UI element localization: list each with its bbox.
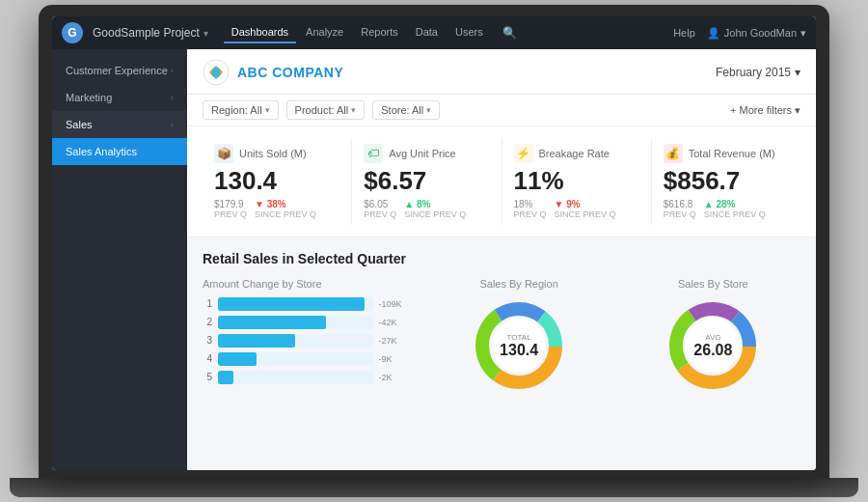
filter-chevron-icon: ▾ bbox=[265, 105, 270, 115]
bar-label: 4 bbox=[203, 353, 212, 364]
store-filter[interactable]: Store: All ▾ bbox=[372, 100, 440, 120]
chevron-right-icon: › bbox=[171, 66, 174, 75]
kpi-revenue-value: $856.7 bbox=[664, 167, 789, 195]
bar-row: 3 -27K bbox=[203, 334, 413, 348]
sidebar-item-marketing[interactable]: Marketing › bbox=[52, 84, 187, 111]
filter-chevron-icon: ▾ bbox=[426, 105, 431, 115]
kpi-breakage-title: Breakage Rate bbox=[539, 148, 610, 159]
bar-chart-rows: 1 -109K 2 -42K 3 -27K 4 -9K 5 -2K bbox=[203, 297, 413, 384]
company-logo-icon bbox=[203, 59, 230, 86]
kpi-breakage-value: 11% bbox=[514, 167, 639, 195]
donut2-center: AVG 26.08 bbox=[693, 332, 732, 358]
filter-chevron-icon: ▾ bbox=[351, 105, 356, 115]
charts-section: Retail Sales in Selected Quarter Amount … bbox=[187, 237, 816, 470]
bar-fill bbox=[218, 297, 365, 311]
more-filters-button[interactable]: + More filters ▾ bbox=[730, 104, 800, 117]
tab-dashboards[interactable]: Dashboards bbox=[224, 22, 296, 43]
bar-value: -9K bbox=[379, 354, 413, 364]
kpi-units-value: 130.4 bbox=[214, 167, 339, 195]
kpi-units-title: Units Sold (M) bbox=[239, 148, 307, 159]
donut1-value: 130.4 bbox=[500, 341, 538, 358]
bar-label: 2 bbox=[203, 317, 212, 327]
app-logo: G bbox=[62, 22, 83, 43]
bar-fill bbox=[218, 352, 257, 366]
avg-price-icon: 🏷 bbox=[364, 144, 383, 163]
kpi-price-value: $6.57 bbox=[364, 167, 489, 195]
bar-label: 3 bbox=[203, 335, 212, 346]
bar-track bbox=[218, 334, 373, 348]
donut1-subtitle: Sales By Region bbox=[479, 278, 557, 290]
bar-chart: Amount Change by Store 1 -109K 2 -42K 3 … bbox=[203, 278, 413, 394]
units-sold-icon: 📦 bbox=[214, 144, 233, 163]
donut1-label: TOTAL bbox=[500, 332, 538, 341]
bar-value: -2K bbox=[379, 373, 413, 382]
bar-track bbox=[218, 352, 373, 366]
kpi-total-revenue: 💰 Total Revenue (M) $856.7 $616.8 PREV Q bbox=[652, 138, 800, 225]
donut2-value: 26.08 bbox=[693, 341, 732, 358]
main-content: Customer Experience › Marketing › Sales … bbox=[52, 49, 816, 470]
sidebar-item-sales[interactable]: Sales › bbox=[52, 111, 187, 138]
bar-fill bbox=[218, 371, 233, 384]
help-link[interactable]: Help bbox=[673, 27, 695, 39]
kpi-breakage-change: ▼ 9% bbox=[555, 199, 616, 209]
bar-label: 1 bbox=[203, 298, 212, 309]
user-menu[interactable]: 👤 John GoodMan ▾ bbox=[707, 27, 806, 40]
kpi-units-sold: 📦 Units Sold (M) 130.4 $179.9 PREV Q bbox=[203, 138, 352, 225]
bar-chart-subtitle: Amount Change by Store bbox=[203, 278, 413, 290]
kpi-price-change: ▲ 8% bbox=[404, 199, 466, 209]
kpi-row: 📦 Units Sold (M) 130.4 $179.9 PREV Q bbox=[187, 126, 816, 237]
kpi-breakage-rate: ⚡ Breakage Rate 11% 18% PREV Q ▼ 9% bbox=[502, 138, 652, 225]
donut1-center: TOTAL 130.4 bbox=[500, 332, 538, 358]
bar-label: 5 bbox=[203, 372, 212, 382]
company-name: ABC Company bbox=[237, 65, 343, 80]
product-filter[interactable]: Product: All ▾ bbox=[286, 100, 366, 120]
search-icon[interactable]: 🔍 bbox=[502, 26, 517, 40]
kpi-revenue-title: Total Revenue (M) bbox=[689, 148, 775, 159]
filters-bar: Region: All ▾ Product: All ▾ Store: All … bbox=[187, 95, 816, 126]
user-icon: 👤 bbox=[707, 27, 720, 40]
donut2-subtitle: Sales By Store bbox=[678, 278, 748, 290]
tab-reports[interactable]: Reports bbox=[353, 22, 406, 43]
top-nav: G GoodSample Project ▾ Dashboards Analyz… bbox=[52, 16, 816, 49]
donut2-label: AVG bbox=[693, 332, 732, 341]
donut1-container: TOTAL 130.4 bbox=[471, 297, 567, 394]
bar-row: 4 -9K bbox=[203, 352, 413, 366]
bar-row: 2 -42K bbox=[203, 316, 413, 329]
tab-data[interactable]: Data bbox=[408, 22, 446, 43]
bar-value: -109K bbox=[379, 299, 413, 309]
kpi-units-change: ▼ 38% bbox=[255, 199, 316, 209]
tab-analyze[interactable]: Analyze bbox=[298, 22, 351, 43]
bar-value: -27K bbox=[379, 336, 413, 346]
donut2-container: AVG 26.08 bbox=[665, 297, 761, 394]
chevron-right-icon: › bbox=[171, 93, 174, 102]
kpi-units-prev: $179.9 bbox=[214, 199, 247, 209]
bar-track bbox=[218, 371, 373, 384]
sidebar: Customer Experience › Marketing › Sales … bbox=[52, 49, 187, 470]
breakage-icon: ⚡ bbox=[514, 144, 533, 163]
kpi-revenue-change: ▲ 28% bbox=[704, 199, 766, 209]
dashboard: ABC Company February 2015 ▾ Region: All … bbox=[187, 49, 816, 470]
donut-chart-store: Sales By Store bbox=[626, 278, 800, 394]
nav-tabs: Dashboards Analyze Reports Data Users bbox=[224, 22, 491, 43]
project-chevron-icon: ▾ bbox=[203, 28, 208, 39]
charts-row: Amount Change by Store 1 -109K 2 -42K 3 … bbox=[203, 278, 800, 394]
bar-track bbox=[218, 316, 373, 329]
region-filter[interactable]: Region: All ▾ bbox=[203, 100, 279, 120]
revenue-icon: 💰 bbox=[664, 144, 683, 163]
bar-fill bbox=[218, 316, 326, 329]
project-name[interactable]: GoodSample Project ▾ bbox=[93, 26, 208, 40]
tab-users[interactable]: Users bbox=[448, 22, 491, 43]
sidebar-item-customer-experience[interactable]: Customer Experience › bbox=[52, 57, 187, 84]
dashboard-header: ABC Company February 2015 ▾ bbox=[187, 49, 816, 95]
sidebar-item-sales-analytics[interactable]: Sales Analytics bbox=[52, 138, 187, 165]
date-chevron-icon: ▾ bbox=[795, 66, 800, 79]
bar-value: -42K bbox=[379, 318, 413, 327]
chevron-right-icon: › bbox=[171, 120, 174, 129]
charts-section-title: Retail Sales in Selected Quarter bbox=[203, 251, 800, 266]
bar-row: 1 -109K bbox=[203, 297, 413, 311]
date-selector[interactable]: February 2015 ▾ bbox=[716, 66, 800, 79]
bar-fill bbox=[218, 334, 295, 348]
more-filters-chevron-icon: ▾ bbox=[795, 104, 800, 117]
kpi-avg-price: 🏷 Avg Unit Price $6.57 $6.05 PREV Q bbox=[352, 138, 502, 225]
kpi-price-title: Avg Unit Price bbox=[389, 148, 456, 159]
